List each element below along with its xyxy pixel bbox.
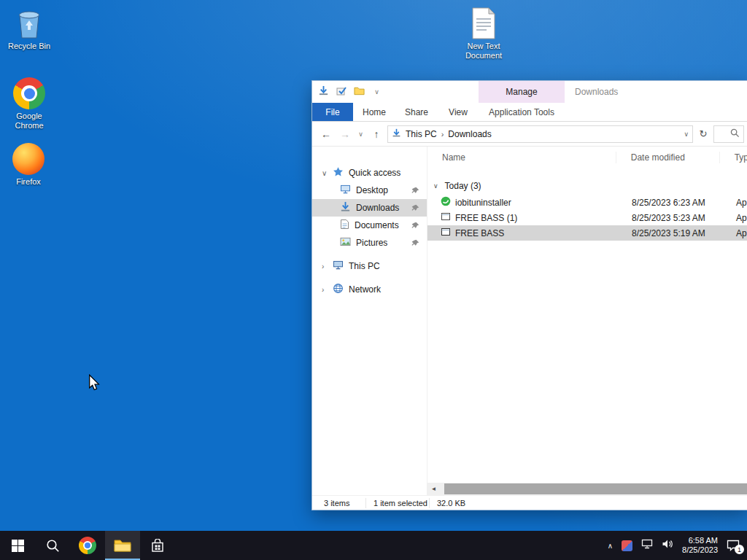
quick-access-icon: [333, 166, 344, 179]
sidebar-item-documents[interactable]: Documents: [312, 217, 427, 234]
file-date-modified: 8/25/2023 5:19 AM: [617, 228, 721, 238]
application-icon: [441, 211, 451, 224]
file-row[interactable]: iobituninstaller 8/25/2023 6:23 AM Ap: [427, 195, 747, 210]
navigation-pane: ∨ Quick access Desktop Downloads: [312, 147, 427, 495]
show-hidden-icons-chevron-icon[interactable]: ∧: [608, 542, 613, 550]
network-icon[interactable]: [641, 539, 653, 552]
desktop-icon-recycle-bin[interactable]: Recycle Bin: [3, 4, 55, 51]
volume-icon[interactable]: [662, 539, 673, 552]
address-dropdown-chevron-icon[interactable]: ∨: [684, 131, 689, 138]
breadcrumb-this-pc[interactable]: This PC: [406, 129, 437, 139]
desktop-icon-label: Google Chrome: [3, 112, 55, 131]
action-center-button[interactable]: 1: [727, 540, 740, 551]
column-header-type[interactable]: Typ: [719, 152, 747, 163]
desktop-icon-google-chrome[interactable]: Google Chrome: [3, 74, 55, 131]
text-document-icon: [471, 4, 496, 39]
desktop-icon-new-text-document[interactable]: New Text Document: [457, 4, 510, 61]
status-selection-size: 32.0 KB: [429, 498, 465, 508]
desktop-icon-label: Recycle Bin: [8, 42, 50, 51]
expanded-chevron-icon[interactable]: ∨: [322, 169, 327, 177]
file-type: Ap: [721, 228, 747, 238]
file-date-modified: 8/25/2023 5:23 AM: [617, 213, 721, 223]
taskbar-chrome-button[interactable]: [70, 531, 105, 560]
recent-locations-chevron-icon[interactable]: ∨: [356, 131, 365, 138]
address-bar: ← → ∨ ↑ This PC › Downloads ∨ ↻: [312, 122, 747, 147]
recycle-bin-icon: [15, 4, 44, 39]
address-downloads-icon: [392, 128, 401, 140]
file-name: FREE BASS: [455, 228, 504, 238]
qat-properties-icon[interactable]: [336, 86, 347, 98]
windows-logo-icon: [12, 540, 24, 552]
sidebar-item-desktop[interactable]: Desktop: [312, 182, 427, 199]
sidebar-item-this-pc[interactable]: › This PC: [312, 257, 427, 275]
group-collapse-chevron-icon[interactable]: ∨: [433, 182, 438, 190]
file-explorer-icon: [114, 538, 131, 553]
pin-icon: [411, 187, 419, 195]
pin-icon: [411, 222, 419, 230]
sidebar-item-pictures[interactable]: Pictures: [312, 234, 427, 252]
network-icon: [333, 283, 344, 296]
back-button[interactable]: ←: [318, 128, 334, 140]
file-date-modified: 8/25/2023 6:23 AM: [617, 198, 721, 208]
documents-icon: [340, 219, 349, 232]
column-header-date-modified[interactable]: Date modified: [616, 152, 719, 163]
sidebar-item-label: Network: [349, 284, 381, 295]
downloads-folder-icon: [340, 201, 351, 214]
chrome-icon: [13, 74, 45, 109]
application-icon: [441, 196, 451, 209]
breadcrumb-downloads[interactable]: Downloads: [448, 129, 491, 139]
file-row-selected[interactable]: FREE BASS 8/25/2023 5:19 AM Ap: [427, 225, 747, 241]
tab-view[interactable]: View: [438, 103, 479, 121]
taskbar: ∧ 6:58 AM 8/25/2023 1: [0, 531, 747, 560]
taskbar-search-button[interactable]: [35, 531, 70, 560]
tray-app-icon[interactable]: [622, 540, 632, 551]
pin-icon: [411, 239, 419, 247]
address-breadcrumb-box[interactable]: This PC › Downloads ∨: [387, 125, 693, 143]
qat-customize-chevron-icon[interactable]: ∨: [372, 88, 382, 96]
file-name: iobituninstaller: [455, 198, 511, 208]
sidebar-item-downloads[interactable]: Downloads: [312, 199, 427, 217]
collapsed-chevron-icon[interactable]: ›: [322, 262, 324, 271]
column-header-name[interactable]: Name: [427, 152, 616, 163]
refresh-button[interactable]: ↻: [696, 128, 711, 139]
explorer-main-area: ∨ Quick access Desktop Downloads: [312, 147, 747, 495]
desktop-folder-icon: [340, 184, 351, 196]
title-bar[interactable]: ∨ Manage Downloads: [312, 81, 747, 103]
file-name: FREE BASS (1): [455, 213, 517, 223]
search-icon: [730, 128, 740, 140]
file-row[interactable]: FREE BASS (1) 8/25/2023 5:23 AM Ap: [427, 210, 747, 225]
window-title: Downloads: [575, 81, 618, 103]
forward-button[interactable]: →: [337, 128, 353, 140]
tab-share[interactable]: Share: [395, 103, 438, 121]
breadcrumb-separator-icon[interactable]: ›: [441, 130, 444, 139]
horizontal-scrollbar[interactable]: ◄: [427, 483, 747, 495]
tab-home[interactable]: Home: [353, 103, 395, 121]
sidebar-item-label: Downloads: [356, 203, 399, 213]
manage-contextual-tab[interactable]: Manage: [479, 81, 565, 103]
up-button[interactable]: ↑: [368, 128, 384, 140]
application-icon: [441, 227, 451, 239]
clock-time: 6:58 AM: [682, 536, 718, 545]
status-bar: 3 items 1 item selected 32.0 KB: [312, 495, 747, 510]
scroll-left-arrow-icon[interactable]: ◄: [427, 483, 440, 495]
group-header-today[interactable]: ∨ Today (3): [427, 177, 747, 195]
taskbar-clock[interactable]: 6:58 AM 8/25/2023: [682, 536, 718, 555]
file-type: Ap: [721, 198, 747, 208]
taskbar-store-button[interactable]: [140, 531, 175, 560]
tab-file[interactable]: File: [312, 103, 353, 121]
window-downloads-icon: [318, 85, 329, 98]
mouse-cursor: [88, 374, 100, 392]
start-button[interactable]: [0, 531, 35, 560]
quick-access-toolbar: ∨: [318, 81, 382, 103]
qat-new-folder-icon[interactable]: [354, 86, 365, 98]
tab-application-tools[interactable]: Application Tools: [479, 103, 565, 122]
desktop-icon-firefox[interactable]: Firefox: [2, 140, 55, 187]
sidebar-item-network[interactable]: › Network: [312, 281, 427, 298]
file-explorer-window: ∨ Manage Downloads File Home Share View …: [311, 80, 747, 510]
taskbar-file-explorer-button[interactable]: [105, 531, 140, 560]
sidebar-item-quick-access[interactable]: ∨ Quick access: [312, 164, 427, 182]
sidebar-item-label: Documents: [355, 220, 399, 230]
search-input[interactable]: [713, 125, 744, 143]
scrollbar-thumb[interactable]: [444, 483, 747, 494]
collapsed-chevron-icon[interactable]: ›: [322, 286, 324, 294]
